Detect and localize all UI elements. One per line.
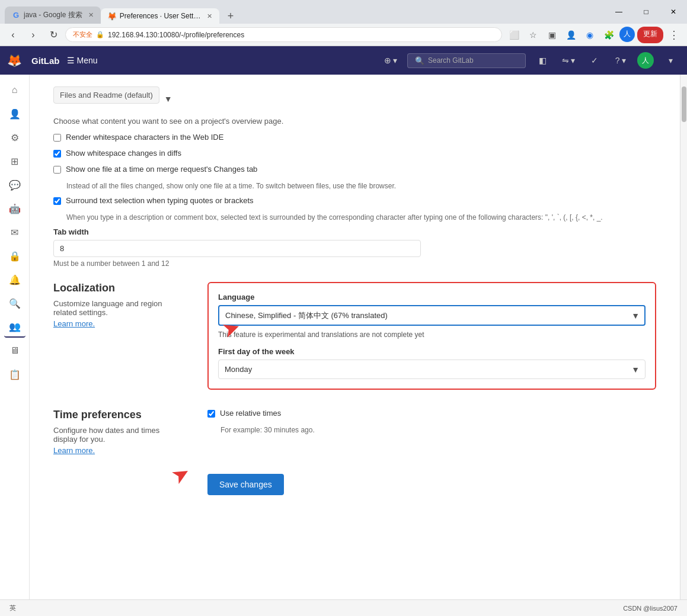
address-bar: ‹ › ↻ 不安全 🔒 192.168.94.130:10080/-/profi… [0,24,687,46]
search-icon: 🔍 [415,56,424,65]
surround-text-hint: When you type in a description or commen… [66,212,656,223]
dropdown-chevron[interactable]: ▼ [164,94,172,104]
avatar-dropdown-icon[interactable]: ▾ [661,51,680,70]
menu-icon[interactable]: ⋮ [666,27,682,43]
scrollbar-thumb[interactable] [682,86,686,122]
maximize-btn[interactable]: □ [632,3,660,21]
arrow-save-indicator: ➤ [167,459,195,489]
surround-text-checkbox[interactable] [53,197,61,205]
hamburger-icon: ☰ [67,56,75,65]
profile-icon[interactable]: 👤 [563,27,579,43]
minimize-btn[interactable]: — [605,3,632,21]
tab-inactive[interactable]: G java - Google 搜索 ✕ [5,7,101,24]
help-icon[interactable]: ? ▾ [611,51,630,70]
browser-chrome: G java - Google 搜索 ✕ 🦊 Preferences · Use… [0,0,687,46]
search-box[interactable]: 🔍 Search GitLab [407,53,526,68]
localization-box: Language Chinese, Simplified - 简体中文 (67%… [207,282,656,390]
sidebar-item-profile[interactable]: 👤 [4,103,25,124]
localization-right: Language Chinese, Simplified - 简体中文 (67%… [207,282,656,390]
tab-bar: G java - Google 搜索 ✕ 🦊 Preferences · Use… [0,0,242,24]
language-indicator: 英 [9,604,16,612]
localization-desc: Customize language and region related se… [53,299,184,317]
tab-label: Preferences · User Settings · G [120,12,201,20]
language-select[interactable]: Chinese, Simplified - 简体中文 (67% translat… [218,305,646,326]
first-day-select[interactable]: Sunday Monday Saturday [218,360,646,379]
forward-btn[interactable]: › [25,27,41,43]
translate-icon[interactable]: ⬜ [506,27,522,43]
bookmark-icon[interactable]: ☆ [525,27,541,43]
checkbox-row-3: Show one file at a time on merge request… [53,165,656,174]
reload-btn[interactable]: ↻ [45,27,62,43]
tab-active[interactable]: 🦊 Preferences · User Settings · G ✕ [101,8,219,24]
render-whitespace-checkbox[interactable] [53,134,61,142]
localization-title: Localization [53,282,184,294]
time-pref-title: Time preferences [53,409,184,421]
experimental-note: This feature is experimental and transla… [218,331,646,339]
url-text: 192.168.94.130:10080/-/profile/preferenc… [108,31,244,39]
localization-learn-more[interactable]: Learn more. [53,319,184,328]
main-layout: ⌂ 👤 ⚙ ⊞ 💬 🤖 ✉ 🔒 🔔 🔍 👥 🖥 📋 Files and Read… [0,75,687,599]
time-preferences-section: Time preferences Configure how dates and… [53,409,656,455]
url-box[interactable]: 不安全 🔒 192.168.94.130:10080/-/profile/pre… [65,27,502,42]
update-btn[interactable]: 更新 [637,27,663,43]
sidebar-item-settings[interactable]: ⚙ [4,127,25,148]
lock-icon: 🔒 [96,31,104,38]
sidebar-item-users[interactable]: 👥 [4,316,25,338]
scrollbar[interactable] [680,75,687,599]
plus-menu-btn[interactable]: ⊕ ▾ [381,51,400,70]
sidebar-item-bell[interactable]: 🔔 [4,269,25,290]
sidebar-item-chat[interactable]: 💬 [4,174,25,195]
user-avatar[interactable]: 人 [637,52,654,69]
todos-icon[interactable]: ✓ [585,51,604,70]
window-controls: — □ ✕ [605,3,687,21]
content-area: Files and Readme (default) ▼ Choose what… [30,75,680,599]
menu-button[interactable]: ☰ Menu [67,56,98,65]
chrome-top: G java - Google 搜索 ✕ 🦊 Preferences · Use… [0,0,687,24]
sidebar-item-mail[interactable]: ✉ [4,222,25,243]
time-pref-left: Time preferences Configure how dates and… [53,409,184,455]
tab-width-section: Tab width Must be a number between 1 and… [53,227,656,268]
time-pref-learn-more[interactable]: Learn more. [53,446,184,455]
time-pref-right: Use relative times For example: 30 minut… [207,409,656,455]
sidebar-item-search[interactable]: 🔍 [4,293,25,314]
surround-text-label: Surround text selection when typing quot… [66,196,254,205]
sidebar-item-monitor[interactable]: 🖥 [4,340,25,361]
checkbox-row-1: Render whitespace characters in the Web … [53,133,656,142]
tab-close-btn[interactable]: ✕ [207,12,212,20]
sidebar-item-bot[interactable]: 🤖 [4,198,25,219]
show-whitespace-checkbox[interactable] [53,150,61,158]
top-partial-section: Files and Readme (default) ▼ Choose what… [53,86,656,268]
extension-icon[interactable]: 🧩 [600,27,617,43]
attribution: CSDN @lisus2007 [623,605,678,612]
search-placeholder: Search GitLab [428,56,474,65]
render-whitespace-label: Render whitespace characters in the Web … [66,133,223,142]
localization-left: Localization Customize language and regi… [53,282,184,390]
merge-requests-icon[interactable]: ⇋ ▾ [559,51,578,70]
checkbox-row-4: Surround text selection when typing quot… [53,196,656,205]
relative-times-checkbox[interactable] [207,410,215,418]
relative-times-example: For example: 30 minutes ago. [221,425,656,435]
sidebar-item-lock[interactable]: 🔒 [4,245,25,267]
issues-icon[interactable]: ◧ [533,51,552,70]
relative-times-label: Use relative times [220,409,281,418]
sidebar-item-table[interactable]: 📋 [4,364,25,385]
sidebar-item-dashboard[interactable]: ⊞ [4,150,25,172]
new-tab-btn[interactable]: + [224,9,238,24]
user-avatar-icon[interactable]: 人 [619,27,635,42]
copilot-icon[interactable]: ◉ [581,27,598,43]
files-dropdown-label: Files and Readme (default) [53,86,159,104]
save-changes-button[interactable]: Save changes [207,474,284,495]
overview-desc: Choose what content you want to see on a… [53,117,656,126]
gitlab-logo-icon: 🦊 [7,53,22,68]
cast-icon[interactable]: ▣ [544,27,560,43]
gitlab-wordmark: GitLab [31,56,60,66]
back-btn[interactable]: ‹ [5,27,21,43]
tab-label: java - Google 搜索 [24,10,82,20]
close-btn[interactable]: ✕ [660,3,687,21]
one-file-checkbox[interactable] [53,166,61,174]
language-select-wrapper: Chinese, Simplified - 简体中文 (67% translat… [218,305,646,326]
tab-width-input[interactable] [53,240,421,257]
tab-close-btn[interactable]: ✕ [88,11,94,19]
gitlab-navbar: 🦊 GitLab ☰ Menu ⊕ ▾ 🔍 Search GitLab ◧ ⇋ … [0,46,687,75]
sidebar-item-home[interactable]: ⌂ [4,79,25,101]
